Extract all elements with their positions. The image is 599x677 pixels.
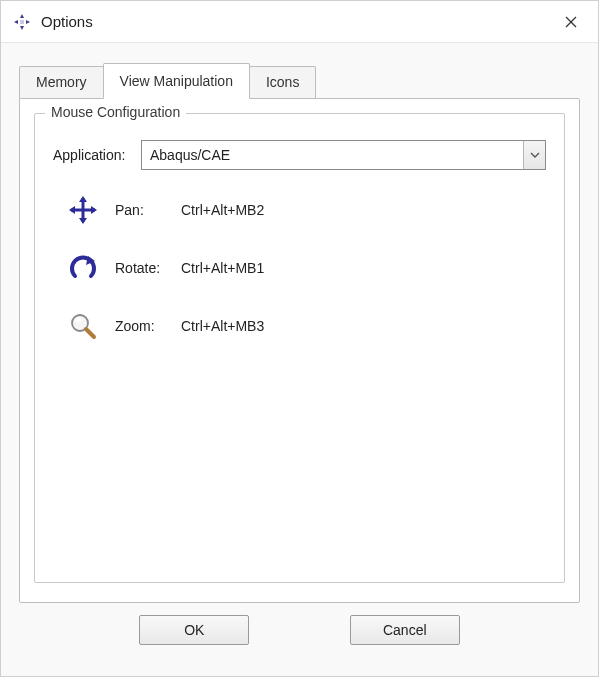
application-row: Application: Abaqus/CAE [53,140,546,170]
close-icon [565,16,577,28]
zoom-binding-row: Zoom: Ctrl+Alt+MB3 [53,308,546,344]
svg-marker-10 [79,218,87,224]
chevron-down-icon [530,152,540,158]
tab-label: View Manipulation [120,73,233,89]
pan-keys: Ctrl+Alt+MB2 [181,202,264,218]
tab-memory[interactable]: Memory [19,66,104,98]
svg-marker-9 [79,196,87,202]
dropdown-button[interactable] [523,141,545,169]
rotate-icon [65,250,101,286]
application-label: Application: [53,147,141,163]
button-bar: OK Cancel [19,603,580,645]
titlebar: Options [1,1,598,43]
svg-marker-0 [20,14,24,18]
button-label: OK [184,622,204,638]
zoom-icon [65,308,101,344]
tab-label: Icons [266,74,299,90]
tab-label: Memory [36,74,87,90]
svg-marker-2 [14,20,18,24]
zoom-label: Zoom: [115,318,181,334]
rotate-keys: Ctrl+Alt+MB1 [181,260,264,276]
svg-marker-12 [91,206,97,214]
tab-view-manipulation[interactable]: View Manipulation [103,63,250,99]
pan-binding-row: Pan: Ctrl+Alt+MB2 [53,192,546,228]
application-select[interactable]: Abaqus/CAE [141,140,546,170]
rotate-label: Rotate: [115,260,181,276]
svg-point-15 [75,318,82,323]
tab-strip: Memory View Manipulation Icons [19,63,580,98]
svg-rect-4 [20,20,24,24]
tab-panel: Mouse Configuration Application: Abaqus/… [19,98,580,603]
svg-marker-1 [20,26,24,30]
mouse-config-group: Mouse Configuration Application: Abaqus/… [34,113,565,583]
zoom-keys: Ctrl+Alt+MB3 [181,318,264,334]
window-title: Options [41,13,548,30]
tab-icons[interactable]: Icons [249,66,316,98]
rotate-binding-row: Rotate: Ctrl+Alt+MB1 [53,250,546,286]
dialog-content: Memory View Manipulation Icons Mouse Con… [1,43,598,659]
application-value: Abaqus/CAE [150,147,230,163]
close-button[interactable] [548,1,594,43]
ok-button[interactable]: OK [139,615,249,645]
pan-label: Pan: [115,202,181,218]
svg-marker-11 [69,206,75,214]
group-legend: Mouse Configuration [45,104,186,120]
button-label: Cancel [383,622,427,638]
svg-line-16 [86,329,94,337]
app-icon [11,11,33,33]
cancel-button[interactable]: Cancel [350,615,460,645]
svg-marker-3 [26,20,30,24]
pan-icon [65,192,101,228]
